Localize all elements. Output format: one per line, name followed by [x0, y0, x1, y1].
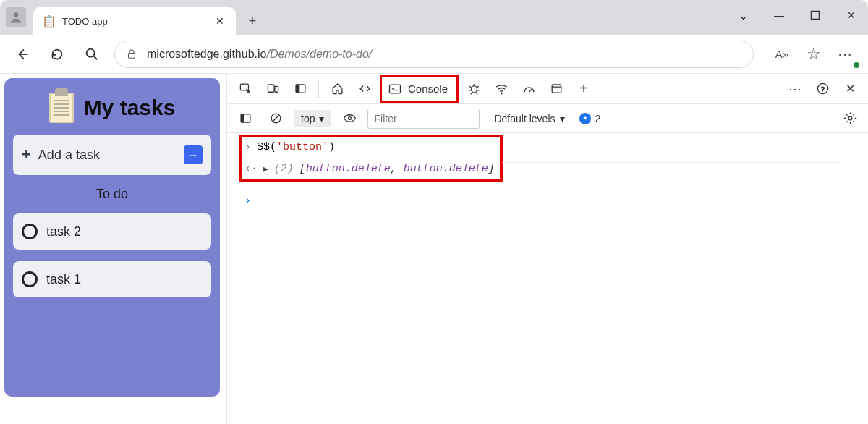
star-icon: ☆: [807, 45, 821, 64]
code-icon: [358, 82, 372, 96]
task-item[interactable]: task 1: [13, 261, 211, 297]
tab-actions-button[interactable]: ⌄: [735, 7, 751, 23]
elements-tab[interactable]: [352, 77, 377, 101]
devtools-panel: Console + ⋯ ? ✕: [226, 74, 868, 424]
more-horizontal-icon: ⋯: [788, 81, 801, 97]
add-task-submit-button[interactable]: →: [184, 145, 203, 164]
back-button[interactable]: [10, 42, 35, 67]
svg-point-11: [501, 93, 502, 94]
svg-rect-4: [240, 84, 248, 90]
result-item[interactable]: button.delete: [306, 163, 391, 175]
issues-button[interactable]: 2: [579, 113, 601, 124]
devtools-help-button[interactable]: ?: [810, 77, 835, 101]
read-aloud-label: A»: [775, 48, 788, 60]
clear-icon: [269, 111, 283, 125]
refresh-button[interactable]: [45, 42, 69, 67]
content-area: My tasks + Add a task → To do task 2 tas…: [0, 74, 868, 424]
read-aloud-button[interactable]: A»: [770, 42, 794, 67]
svg-rect-6: [274, 86, 278, 92]
site-info-button[interactable]: [125, 48, 138, 61]
svg-rect-16: [241, 114, 244, 122]
refresh-icon: [49, 46, 65, 62]
devtools-close-button[interactable]: ✕: [838, 77, 862, 101]
svg-rect-9: [390, 85, 401, 93]
tab-favicon-icon: 📋: [42, 14, 56, 28]
expand-triangle-icon[interactable]: ▶: [263, 164, 268, 174]
tab-close-button[interactable]: ✕: [213, 14, 227, 28]
toggle-sidebar-button[interactable]: [233, 106, 258, 131]
clipboard-icon: [49, 93, 74, 123]
settings-more-button[interactable]: ⋯: [833, 42, 858, 67]
browser-titlebar: 📋 TODO app ✕ + ⌄ — ✕: [0, 0, 868, 35]
console-toolbar: top ▾ Default levels ▾ 2: [227, 104, 868, 133]
console-filter-input[interactable]: [367, 109, 480, 129]
console-settings-button[interactable]: [838, 106, 862, 131]
levels-label: Default levels: [494, 113, 555, 124]
result-array: [button.delete, button.delete]: [299, 163, 495, 175]
hairline: [846, 133, 846, 220]
add-task-left: + Add a task: [22, 145, 100, 164]
url-box[interactable]: microsoftedge.github.io/Demos/demo-to-do…: [114, 41, 754, 68]
arrow-right-icon: →: [188, 149, 198, 161]
log-levels-selector[interactable]: Default levels ▾: [494, 113, 564, 124]
clear-console-button[interactable]: [263, 106, 288, 131]
search-icon: [84, 46, 100, 62]
bracket: [: [299, 163, 306, 175]
bracket: ]: [488, 163, 495, 175]
device-emulation-button[interactable]: [260, 77, 285, 101]
devtools-more-button[interactable]: ⋯: [783, 77, 807, 101]
dock-side-button[interactable]: [288, 77, 312, 101]
new-tab-button[interactable]: +: [240, 9, 265, 33]
live-expression-button[interactable]: [337, 106, 362, 131]
network-tab[interactable]: [489, 77, 514, 101]
window-close-button[interactable]: ✕: [843, 7, 859, 23]
search-button[interactable]: [80, 42, 104, 67]
performance-tab[interactable]: [516, 77, 541, 101]
dock-icon: [294, 82, 307, 96]
arrow-left-icon: [14, 46, 30, 62]
eye-icon: [343, 111, 357, 125]
task-item[interactable]: task 2: [13, 213, 211, 250]
svg-point-0: [14, 12, 19, 17]
result-item[interactable]: button.delete: [404, 163, 488, 175]
todo-app-panel: My tasks + Add a task → To do task 2 tas…: [4, 78, 220, 397]
favorite-button[interactable]: ☆: [801, 42, 826, 67]
comma: ,: [391, 163, 397, 175]
svg-point-10: [471, 86, 477, 93]
console-input-line[interactable]: ›: [227, 190, 868, 211]
more-tabs-button[interactable]: +: [571, 77, 596, 101]
home-icon: [331, 82, 344, 96]
inspect-element-button[interactable]: [233, 77, 258, 101]
execution-context-selector[interactable]: top ▾: [294, 110, 331, 127]
url-text: microsoftedge.github.io/Demos/demo-to-do…: [147, 48, 372, 61]
page-viewport: My tasks + Add a task → To do task 2 tas…: [0, 74, 226, 424]
svg-rect-1: [812, 12, 820, 20]
cmd-token: $$(: [257, 141, 276, 153]
row-divider: [245, 187, 842, 187]
browser-tab-active[interactable]: 📋 TODO app ✕: [33, 7, 236, 35]
devices-icon: [266, 82, 280, 96]
svg-rect-3: [129, 53, 135, 58]
add-task-input[interactable]: Add a task: [38, 148, 100, 163]
window-maximize-button[interactable]: [807, 7, 823, 23]
console-output: › $$('button') ‹· ▶ (2) [button.delete, …: [227, 133, 868, 220]
issue-count: 2: [595, 113, 601, 124]
application-tab[interactable]: [544, 77, 569, 101]
profile-button[interactable]: [6, 7, 26, 27]
console-command-text: $$('button'): [257, 141, 335, 153]
devtools-tab-bar: Console + ⋯ ? ✕: [227, 74, 868, 104]
svg-rect-12: [552, 85, 561, 93]
window-minimize-button[interactable]: —: [771, 7, 787, 23]
task-text: task 2: [46, 224, 81, 239]
separator: [318, 80, 319, 98]
task-complete-toggle[interactable]: [22, 224, 38, 239]
inspect-icon: [239, 82, 252, 96]
console-tab[interactable]: Console: [380, 75, 459, 103]
welcome-tab[interactable]: [325, 77, 349, 101]
sidebar-icon: [239, 111, 252, 125]
more-icon: ⋯: [838, 46, 854, 63]
console-result-row[interactable]: ‹· ▶ (2) [button.delete, button.delete]: [227, 158, 868, 179]
sources-tab[interactable]: [461, 77, 486, 101]
maximize-icon: [810, 10, 820, 20]
task-complete-toggle[interactable]: [22, 271, 38, 287]
